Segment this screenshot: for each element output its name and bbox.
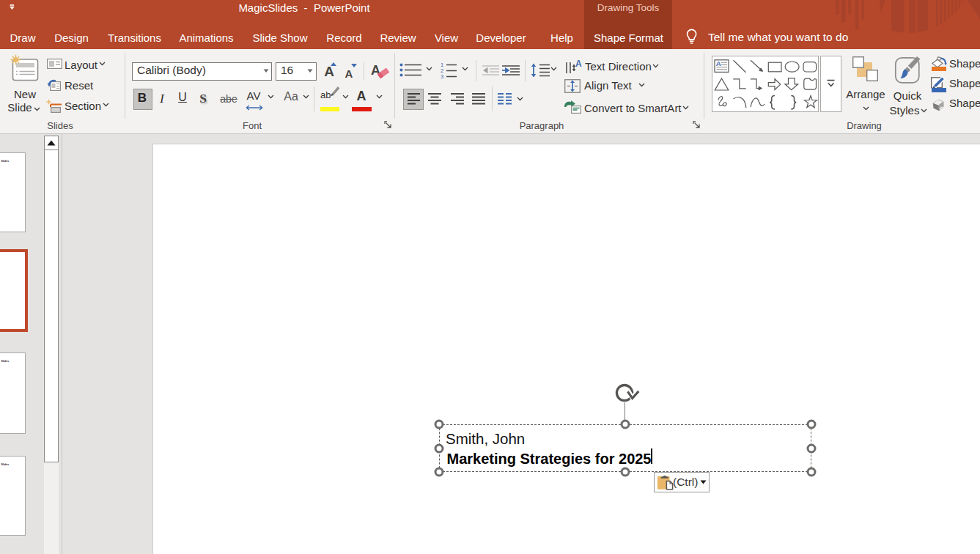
svg-text:A: A bbox=[575, 59, 582, 69]
svg-text:3: 3 bbox=[441, 73, 443, 79]
svg-text:A: A bbox=[716, 59, 721, 67]
